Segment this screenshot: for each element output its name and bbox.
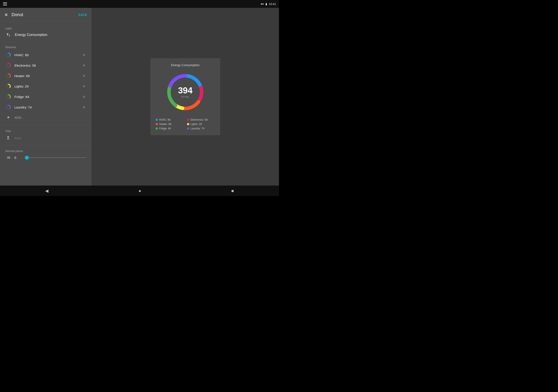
decimal-slider[interactable]: [25, 157, 86, 158]
legend-dot: [156, 119, 158, 121]
sigma-icon: Σ: [5, 136, 11, 140]
legend-item-5: Laundry: 74: [187, 127, 215, 130]
text-format-icon: TT: [5, 33, 11, 37]
legend-item-1: Electronics: 58: [187, 118, 215, 121]
element-row-heater[interactable]: Heater: 69✕: [0, 71, 92, 81]
legend-label: Fridge: 84: [159, 127, 171, 130]
save-button[interactable]: SAVE: [78, 13, 87, 17]
close-button[interactable]: ✕: [4, 13, 8, 17]
back-button[interactable]: ◀: [45, 188, 48, 193]
elements-section-heading: Elements: [0, 44, 92, 50]
element-label: Electronics: 58: [14, 64, 79, 67]
donut-total-label: TOTAL: [178, 96, 193, 98]
decimal-row: .00 0: [0, 153, 92, 162]
decimal-section: Decimal places .00 0: [0, 148, 92, 162]
legend-label: Heater: 69: [159, 123, 171, 126]
label-section: Label TT Energy Consumption: [0, 25, 92, 39]
total-row: Σ Auto: [0, 134, 92, 142]
right-panel: Energy Consumption 394 TOTAL HVAC: 80Ele…: [92, 8, 279, 186]
legend-item-0: HVAC: 80: [156, 118, 183, 121]
clock: 10:41: [269, 2, 276, 6]
remove-element-button[interactable]: ✕: [82, 73, 86, 78]
add-element-row[interactable]: + ADD...: [0, 112, 92, 122]
main-area: ✕ Donut SAVE Label TT Energy Consumption…: [0, 8, 279, 186]
legend-label: Electronics: 58: [191, 118, 208, 121]
element-label: Fridge: 84: [14, 95, 79, 99]
donut-chart: 394 TOTAL: [164, 70, 207, 114]
panel-title: Donut: [12, 12, 78, 17]
total-section: Total Σ Auto: [0, 128, 92, 142]
status-bar: ▾▾ ▮ 10:41: [0, 0, 279, 8]
element-row-lights[interactable]: Lights: 29✕: [0, 81, 92, 92]
panel-body: Label TT Energy Consumption Elements HVA…: [0, 22, 92, 186]
element-label: Laundry: 74: [14, 105, 79, 109]
decimal-places-icon: .00: [5, 156, 11, 159]
add-label: ADD...: [14, 116, 24, 119]
wifi-icon: ▾▾: [261, 2, 264, 6]
total-value: Auto: [14, 136, 21, 140]
divider-3: [0, 145, 92, 145]
element-donut-icon: [5, 73, 11, 79]
element-donut-icon: [5, 94, 11, 100]
chart-card: Energy Consumption 394 TOTAL HVAC: 80Ele…: [150, 58, 220, 135]
donut-total-number: 394: [178, 86, 193, 95]
label-value[interactable]: Energy Consumption: [15, 33, 47, 37]
remove-element-button[interactable]: ✕: [82, 52, 86, 58]
legend-item-3: Lights: 29: [187, 123, 215, 126]
legend-dot: [187, 128, 189, 130]
remove-element-button[interactable]: ✕: [82, 63, 86, 68]
status-bar-right: ▾▾ ▮ 10:41: [261, 2, 276, 6]
element-row-hvac[interactable]: HVAC: 80✕: [0, 50, 92, 60]
label-section-heading: Label: [0, 25, 92, 31]
element-donut-icon: [5, 83, 11, 89]
home-button[interactable]: ●: [139, 188, 141, 193]
remove-element-button[interactable]: ✕: [82, 84, 86, 89]
legend-dot: [187, 119, 189, 121]
nav-bar: ◀ ● ■: [0, 186, 279, 196]
legend-label: HVAC: 80: [159, 118, 170, 121]
remove-element-button[interactable]: ✕: [82, 105, 86, 110]
element-donut-icon: [5, 104, 11, 110]
element-label: Heater: 69: [14, 74, 79, 78]
legend-dot: [156, 128, 158, 130]
battery-icon: ▮: [265, 2, 267, 6]
decimal-value: 0: [14, 156, 21, 159]
status-bar-left: [3, 2, 7, 5]
legend-item-4: Fridge: 84: [156, 127, 183, 130]
elements-section: Elements HVAC: 80✕Electronics: 58✕Heater…: [0, 44, 92, 122]
donut-center: 394 TOTAL: [178, 86, 193, 98]
legend-dot: [156, 123, 158, 125]
element-row-fridge[interactable]: Fridge: 84✕: [0, 92, 92, 102]
chart-legend: HVAC: 80Electronics: 58Heater: 69Lights:…: [156, 118, 215, 130]
element-label: HVAC: 80: [14, 53, 79, 57]
hamburger-menu[interactable]: [3, 2, 7, 5]
element-row-electronics[interactable]: Electronics: 58✕: [0, 60, 92, 71]
remove-element-button[interactable]: ✕: [82, 94, 86, 99]
chart-title: Energy Consumption: [156, 63, 215, 67]
element-donut-icon: [5, 52, 11, 58]
decimal-section-heading: Decimal places: [0, 148, 92, 153]
add-icon: +: [5, 115, 11, 120]
panel-header: ✕ Donut SAVE: [0, 8, 92, 22]
legend-dot: [187, 123, 189, 125]
left-panel: ✕ Donut SAVE Label TT Energy Consumption…: [0, 8, 92, 186]
legend-item-2: Heater: 69: [156, 123, 183, 126]
element-donut-icon: [5, 62, 11, 68]
element-row-laundry[interactable]: Laundry: 74✕: [0, 102, 92, 112]
legend-label: Lights: 29: [191, 123, 202, 126]
legend-label: Laundry: 74: [191, 127, 204, 130]
label-row: TT Energy Consumption: [0, 31, 92, 39]
total-section-heading: Total: [0, 128, 92, 134]
recents-button[interactable]: ■: [231, 188, 234, 193]
element-label: Lights: 29: [14, 85, 79, 88]
element-rows-container: HVAC: 80✕Electronics: 58✕Heater: 69✕Ligh…: [0, 50, 92, 112]
divider-2: [0, 125, 92, 125]
divider-1: [0, 41, 92, 41]
donut-wrapper: 394 TOTAL: [156, 70, 215, 114]
